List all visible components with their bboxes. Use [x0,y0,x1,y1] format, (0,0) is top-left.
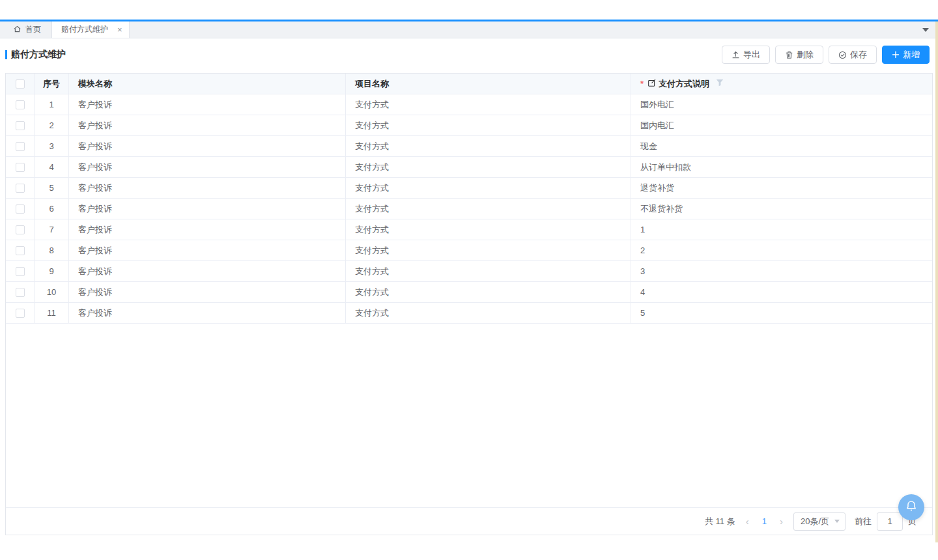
tab-home-label: 首页 [25,24,41,35]
row-checkbox-cell [6,240,35,260]
table-row[interactable]: 10 客户投诉 支付方式 4 [6,282,932,303]
save-button[interactable]: 保存 [829,46,877,64]
screen: 首页 赔付方式维护 × 赔付方式维护 导出 [0,0,938,560]
save-button-label: 保存 [850,49,867,61]
row-module: 客户投诉 [69,157,346,177]
add-button[interactable]: 新增 [882,46,930,64]
header-checkbox-cell [6,74,35,94]
row-checkbox[interactable] [16,267,25,276]
next-page-icon[interactable]: › [778,516,784,527]
row-desc[interactable]: 现金 [631,136,932,156]
row-checkbox-cell [6,199,35,219]
row-checkbox[interactable] [16,288,25,297]
home-icon [13,25,21,35]
prev-page-icon[interactable]: ‹ [745,516,750,527]
row-desc[interactable]: 3 [631,261,932,281]
row-desc[interactable]: 从订单中扣款 [631,157,932,177]
delete-button[interactable]: 删除 [775,46,823,64]
row-checkbox[interactable] [16,163,25,172]
table-body: 1 客户投诉 支付方式 国外电汇 2 客户投诉 支付方式 国内电汇 3 客户投诉… [6,94,932,324]
table-row[interactable]: 2 客户投诉 支付方式 国内电汇 [6,115,932,136]
row-checkbox[interactable] [16,246,25,255]
export-button[interactable]: 导出 [722,46,770,64]
row-project: 支付方式 [346,94,631,115]
row-module: 客户投诉 [69,219,346,240]
table-row[interactable]: 8 客户投诉 支付方式 2 [6,240,932,261]
row-module: 客户投诉 [69,94,346,115]
goto-label: 前往 [855,516,872,527]
row-index: 10 [35,282,69,302]
row-project: 支付方式 [346,240,631,260]
row-project: 支付方式 [346,115,631,135]
table-row[interactable]: 1 客户投诉 支付方式 国外电汇 [6,94,932,115]
bell-icon [904,499,918,516]
export-icon [732,51,740,59]
page-header: 赔付方式维护 导出 删除 [5,44,933,65]
filter-icon[interactable] [716,79,724,89]
row-desc[interactable]: 4 [631,282,932,302]
row-project: 支付方式 [346,178,631,198]
row-project: 支付方式 [346,157,631,177]
delete-button-label: 删除 [797,49,814,61]
tab-current-page[interactable]: 赔付方式维护 × [52,21,130,38]
table-row[interactable]: 9 客户投诉 支付方式 3 [6,261,932,282]
row-desc[interactable]: 国内电汇 [631,115,932,135]
page-size-select[interactable]: 20条/页 [793,512,846,531]
row-checkbox-cell [6,282,35,302]
table-row[interactable]: 7 客户投诉 支付方式 1 [6,219,932,240]
select-all-checkbox[interactable] [16,79,25,89]
delete-icon [785,51,793,59]
goto-page-input[interactable] [877,512,903,531]
row-checkbox-cell [6,303,35,323]
tab-current-label: 赔付方式维护 [61,24,108,35]
table-row[interactable]: 3 客户投诉 支付方式 现金 [6,136,932,157]
row-desc[interactable]: 2 [631,240,932,260]
edit-icon [647,79,656,89]
row-desc[interactable]: 不退货补货 [631,199,932,219]
table-header-row: 序号 模块名称 项目名称 * 支付方式说明 [6,74,932,94]
row-desc[interactable]: 国外电汇 [631,94,932,115]
row-checkbox[interactable] [16,309,25,318]
row-index: 2 [35,115,69,135]
table-row[interactable]: 4 客户投诉 支付方式 从订单中扣款 [6,157,932,178]
table-row[interactable]: 6 客户投诉 支付方式 不退货补货 [6,199,932,219]
close-icon[interactable]: × [117,25,122,34]
row-module: 客户投诉 [69,261,346,281]
row-desc[interactable]: 退货补货 [631,178,932,198]
row-desc[interactable]: 5 [631,303,932,323]
add-button-label: 新增 [903,49,920,61]
header-desc: * 支付方式说明 [631,74,932,94]
row-project: 支付方式 [346,219,631,240]
row-checkbox[interactable] [16,225,25,234]
row-checkbox[interactable] [16,184,25,193]
tabbar-chevron-down-icon[interactable] [922,28,929,32]
required-asterisk: * [640,79,644,89]
table-row[interactable]: 11 客户投诉 支付方式 5 [6,303,932,324]
row-checkbox[interactable] [16,142,25,151]
row-checkbox-cell [6,136,35,156]
row-module: 客户投诉 [69,199,346,219]
pagination-bar: 共 11 条 ‹ 1 › 20条/页 前往 页 [6,507,932,535]
pagination-total: 共 11 条 [705,516,735,527]
row-module: 客户投诉 [69,178,346,198]
row-checkbox-cell [6,261,35,281]
row-index: 7 [35,219,69,240]
page-number[interactable]: 1 [760,516,769,526]
page-title: 赔付方式维护 [11,49,66,61]
header-desc-label: 支付方式说明 [659,78,709,90]
row-index: 1 [35,94,69,115]
row-checkbox[interactable] [16,100,25,109]
tab-home[interactable]: 首页 [0,21,52,38]
page-size-value: 20条/页 [801,516,829,527]
row-checkbox-cell [6,115,35,135]
table-row[interactable]: 5 客户投诉 支付方式 退货补货 [6,178,932,199]
row-checkbox[interactable] [16,121,25,130]
row-project: 支付方式 [346,136,631,156]
row-desc[interactable]: 1 [631,219,932,240]
notification-fab[interactable] [898,494,924,520]
row-module: 客户投诉 [69,303,346,323]
tab-bar: 首页 赔付方式维护 × [0,21,938,38]
row-index: 5 [35,178,69,198]
row-checkbox-cell [6,178,35,198]
row-checkbox[interactable] [16,204,25,214]
